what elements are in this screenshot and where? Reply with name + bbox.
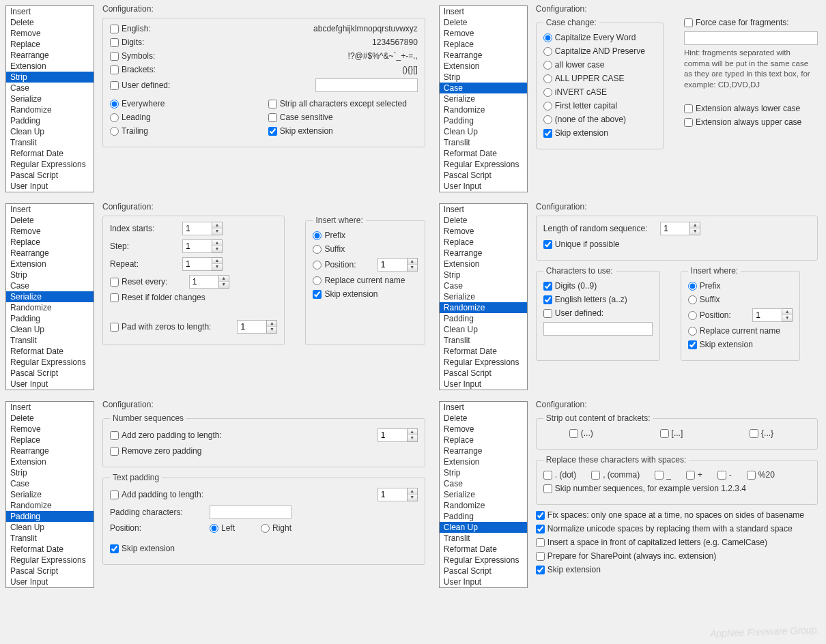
add-pad[interactable]: Add padding to length: bbox=[110, 490, 203, 499]
rule-listbox[interactable]: InsertDeleteRemoveReplaceRearrangeExtens… bbox=[5, 5, 94, 192]
spinner-input[interactable] bbox=[182, 239, 212, 253]
list-item[interactable]: Remove bbox=[6, 28, 94, 39]
spinner-input[interactable] bbox=[182, 222, 212, 235]
list-item[interactable]: Reformat Date bbox=[6, 544, 94, 555]
spinner-down[interactable]: ▼ bbox=[212, 229, 222, 235]
rand-suffix-radio[interactable] bbox=[688, 295, 697, 304]
rs-underscore-checkbox[interactable] bbox=[655, 471, 664, 480]
rand-letters[interactable]: English letters (a..z) bbox=[543, 295, 627, 304]
list-item[interactable]: Rearrange bbox=[440, 50, 527, 61]
rand-prefix-radio[interactable] bbox=[688, 282, 697, 291]
rand-replace[interactable]: Replace current name bbox=[688, 326, 780, 336]
strip-except-checkbox[interactable] bbox=[268, 100, 277, 108]
list-item[interactable]: Regular Expressions bbox=[440, 159, 527, 170]
list-item[interactable]: Strip bbox=[440, 72, 527, 83]
list-item[interactable]: Serialize bbox=[440, 93, 527, 104]
list-item[interactable]: Strip bbox=[440, 269, 527, 280]
ser-skip-ext-checkbox[interactable] bbox=[313, 290, 322, 299]
list-item[interactable]: Randomize bbox=[440, 104, 527, 115]
list-item[interactable]: Reformat Date bbox=[440, 544, 527, 555]
brackets-square-checkbox[interactable] bbox=[660, 429, 669, 438]
none-above-radio[interactable] bbox=[543, 115, 552, 124]
list-item[interactable]: Regular Expressions bbox=[6, 159, 94, 170]
spinner-input[interactable] bbox=[752, 308, 782, 322]
spinner-up[interactable]: ▲ bbox=[212, 222, 222, 229]
list-item[interactable]: Reformat Date bbox=[440, 346, 527, 357]
rand-replace-radio[interactable] bbox=[688, 327, 697, 336]
rule-listbox[interactable]: InsertDeleteRemoveReplaceRearrangeExtens… bbox=[439, 401, 528, 588]
list-item[interactable]: Clean Up bbox=[6, 522, 94, 533]
ser-prefix[interactable]: Prefix bbox=[313, 231, 345, 240]
spinner-up[interactable]: ▲ bbox=[408, 259, 417, 265]
list-item[interactable]: Delete bbox=[6, 17, 94, 28]
list-item[interactable]: User Input bbox=[440, 379, 527, 390]
skip-num-seq-checkbox[interactable] bbox=[543, 484, 552, 493]
rs-dash[interactable]: - bbox=[717, 470, 732, 480]
ser-replace-radio[interactable] bbox=[313, 276, 322, 285]
number-spinner[interactable]: ▲▼ bbox=[752, 308, 793, 322]
list-item[interactable]: Randomize bbox=[440, 302, 527, 313]
ser-suffix-radio[interactable] bbox=[313, 245, 322, 254]
list-item[interactable]: Case bbox=[6, 280, 94, 291]
list-item[interactable]: Extension bbox=[440, 61, 527, 72]
invert-case[interactable]: iNVERT cASE bbox=[543, 87, 607, 97]
remove-zero-pad-checkbox[interactable] bbox=[110, 447, 119, 456]
digits-check-checkbox[interactable] bbox=[110, 38, 119, 47]
list-item[interactable]: Serialize bbox=[440, 489, 527, 500]
first-letter-radio[interactable] bbox=[543, 102, 552, 111]
list-item[interactable]: Randomize bbox=[440, 500, 527, 511]
add-zero-pad-checkbox[interactable] bbox=[110, 431, 119, 440]
spinner-input[interactable] bbox=[189, 275, 219, 289]
spinner-down[interactable]: ▼ bbox=[219, 282, 229, 288]
ser-suffix[interactable]: Suffix bbox=[313, 244, 345, 254]
unique-if-possible-checkbox[interactable] bbox=[543, 240, 552, 249]
strip-except[interactable]: Strip all characters except selected bbox=[268, 99, 407, 108]
cleanup-skip-ext-checkbox[interactable] bbox=[536, 566, 545, 574]
capitalize-every[interactable]: Capitalize Every Word bbox=[543, 33, 636, 42]
norm-unicode-checkbox[interactable] bbox=[536, 525, 545, 533]
number-spinner[interactable]: ▲▼ bbox=[237, 320, 277, 334]
symbols-check-checkbox[interactable] bbox=[110, 52, 119, 61]
rand-position[interactable]: Position: bbox=[688, 310, 731, 320]
spinner-up[interactable]: ▲ bbox=[212, 240, 222, 246]
spinner-down[interactable]: ▼ bbox=[212, 264, 222, 270]
first-letter[interactable]: First letter capital bbox=[543, 101, 617, 111]
spinner-down[interactable]: ▼ bbox=[212, 246, 222, 252]
spinner-down[interactable]: ▼ bbox=[267, 327, 276, 333]
rule-listbox[interactable]: InsertDeleteRemoveReplaceRearrangeExtens… bbox=[5, 203, 94, 390]
spinner-up[interactable]: ▲ bbox=[219, 276, 229, 282]
english-check-checkbox[interactable] bbox=[110, 25, 119, 33]
list-item[interactable]: Padding bbox=[440, 115, 527, 126]
spinner-up[interactable]: ▲ bbox=[690, 222, 700, 229]
list-item[interactable]: Replace bbox=[6, 39, 94, 50]
pad-zeros[interactable]: Pad with zeros to length: bbox=[110, 322, 211, 332]
force-case[interactable]: Force case for fragments: bbox=[684, 18, 789, 27]
list-item[interactable]: Delete bbox=[440, 17, 527, 28]
force-case-input[interactable] bbox=[684, 31, 818, 45]
capitalize-preserve[interactable]: Capitalize AND Preserve bbox=[543, 46, 645, 56]
unique-if-possible[interactable]: Unique if possible bbox=[543, 239, 620, 249]
reset-every[interactable]: Reset every: bbox=[110, 277, 167, 287]
rand-userdef-input[interactable] bbox=[543, 322, 653, 336]
list-item[interactable]: Delete bbox=[6, 215, 94, 226]
list-item[interactable]: Regular Expressions bbox=[6, 555, 94, 566]
case-sensitive[interactable]: Case sensitive bbox=[268, 113, 333, 122]
rule-listbox[interactable]: InsertDeleteRemoveReplaceRearrangeExtens… bbox=[5, 401, 94, 588]
list-item[interactable]: Replace bbox=[440, 237, 527, 248]
spinner-down[interactable]: ▼ bbox=[782, 315, 792, 321]
userdef-check[interactable]: User defined: bbox=[110, 80, 170, 90]
list-item[interactable]: Rearrange bbox=[6, 445, 94, 456]
list-item[interactable]: Pascal Script bbox=[440, 566, 527, 576]
insert-space-camel-checkbox[interactable] bbox=[536, 538, 545, 547]
insert-space-camel[interactable]: Insert a space in front of capitalized l… bbox=[536, 538, 767, 547]
brackets-paren-checkbox[interactable] bbox=[569, 429, 578, 438]
spinner-up[interactable]: ▲ bbox=[212, 258, 222, 264]
list-item[interactable]: Translit bbox=[6, 137, 94, 148]
rs-dash-checkbox[interactable] bbox=[717, 471, 726, 480]
list-item[interactable]: Padding bbox=[6, 313, 94, 324]
list-item[interactable]: Strip bbox=[6, 467, 94, 478]
list-item[interactable]: Strip bbox=[6, 72, 94, 83]
rs-pct20[interactable]: %20 bbox=[747, 470, 775, 480]
list-item[interactable]: Padding bbox=[440, 313, 527, 324]
number-spinner[interactable]: ▲▼ bbox=[378, 258, 418, 272]
